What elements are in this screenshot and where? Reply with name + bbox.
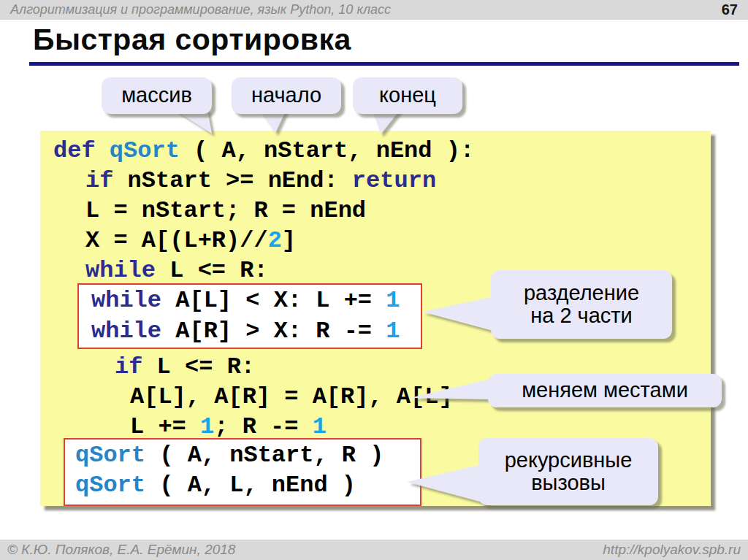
slide: Алгоритмизация и программирование, язык … xyxy=(0,0,748,560)
highlight-box-recursion xyxy=(64,438,421,506)
callout-recursion: рекурсивные вызовы xyxy=(478,438,658,505)
site-url: http://kpolyakov.spb.ru xyxy=(603,542,741,558)
page-title: Быстрая сортировка xyxy=(33,23,351,56)
callout-array: массив xyxy=(102,77,212,114)
page-number: 67 xyxy=(722,1,738,18)
copyright-text: © К.Ю. Поляков, Е.А. Ерёмин, 2018 xyxy=(7,542,235,558)
course-title: Алгоритмизация и программирование, язык … xyxy=(10,2,391,18)
callout-swap: меняем местами xyxy=(488,374,722,407)
callout-partition: разделение на 2 части xyxy=(491,270,672,339)
highlight-box-partition xyxy=(77,283,422,349)
callout-end: конец xyxy=(353,77,462,114)
callout-start: начало xyxy=(232,77,341,114)
header-bar: Алгоритмизация и программирование, язык … xyxy=(0,0,748,21)
title-underline xyxy=(29,62,739,66)
footer-bar: © К.Ю. Поляков, Е.А. Ерёмин, 2018 http:/… xyxy=(0,538,748,560)
